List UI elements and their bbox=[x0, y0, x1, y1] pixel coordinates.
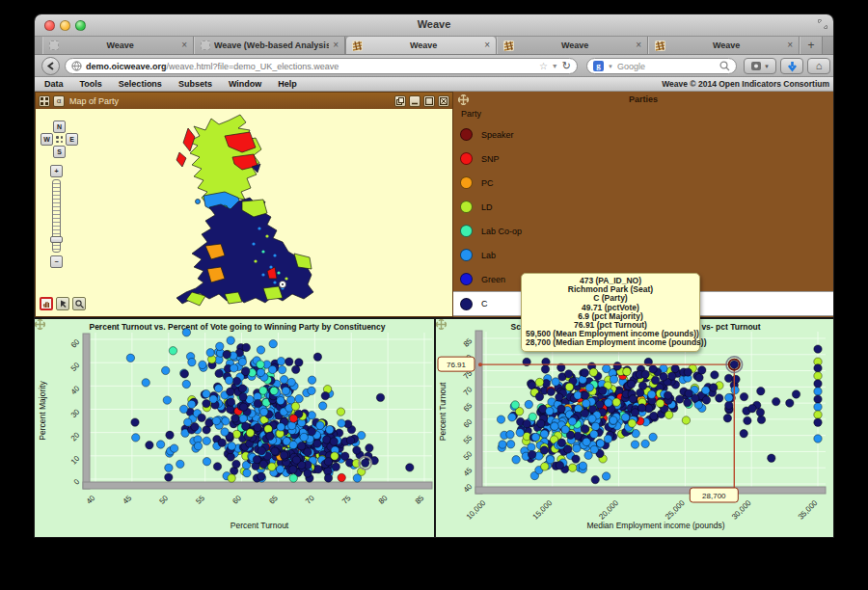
tab-weave-1[interactable]: Weave × bbox=[42, 37, 194, 54]
data-point bbox=[313, 440, 321, 447]
data-point bbox=[557, 439, 565, 446]
swatch-snp bbox=[460, 152, 473, 165]
swatch-speaker bbox=[460, 128, 473, 141]
data-point bbox=[602, 472, 610, 480]
zoom-slider-handle[interactable] bbox=[50, 236, 63, 243]
y-axis-bar[interactable] bbox=[475, 331, 482, 494]
tab-weave-3[interactable]: Weave × bbox=[497, 37, 648, 54]
data-point bbox=[756, 409, 764, 416]
zoom-box-tool-button[interactable] bbox=[72, 297, 86, 310]
legend-item-lab-coop[interactable]: Lab Co-op bbox=[453, 219, 833, 243]
tab-weave-4[interactable]: Weave × bbox=[648, 37, 800, 54]
pan-east-button[interactable]: E bbox=[66, 133, 78, 146]
pan-north-button[interactable]: N bbox=[53, 121, 66, 133]
new-tab-button[interactable]: + bbox=[800, 37, 823, 54]
tab-close-icon[interactable]: × bbox=[787, 40, 793, 50]
legend-item-ld[interactable]: LD bbox=[453, 195, 833, 219]
probe-tooltip: 473 (PA_ID_NO) Richmond Park (Seat) C (P… bbox=[521, 273, 700, 352]
x-axis-bar[interactable] bbox=[475, 487, 826, 494]
tab-weave-active[interactable]: Weave × bbox=[345, 37, 497, 54]
scatterplot-right-canvas[interactable]: 10,00015,00020,00025,00030,00035,0004045… bbox=[436, 319, 833, 537]
bookmarks-menu-button[interactable]: ▼ bbox=[744, 58, 776, 74]
select-tool-button[interactable] bbox=[56, 297, 69, 310]
menu-subsets[interactable]: Subsets bbox=[178, 79, 212, 89]
map-window-titlebar[interactable]: α Map of Party bbox=[36, 93, 452, 109]
scatterplot-left-canvas[interactable]: 404550556065707580850102030405060Percent… bbox=[35, 319, 434, 537]
data-point bbox=[814, 411, 822, 418]
data-point bbox=[228, 442, 235, 450]
scatter-points[interactable] bbox=[497, 345, 822, 484]
move-handle-icon[interactable] bbox=[436, 319, 447, 330]
tab-close-icon[interactable]: × bbox=[181, 40, 187, 50]
map-clone-button[interactable] bbox=[394, 95, 406, 107]
data-point bbox=[353, 446, 361, 454]
x-axis-bar[interactable] bbox=[83, 482, 432, 489]
weave-favicon-icon bbox=[655, 40, 665, 51]
data-point bbox=[725, 393, 733, 401]
legend-title: Parties bbox=[453, 94, 833, 104]
uk-map[interactable] bbox=[36, 109, 452, 316]
tab-weave-2[interactable]: Weave (Web-based Analysis a... × bbox=[194, 37, 345, 54]
search-field[interactable]: g ▼ Google bbox=[586, 58, 737, 74]
map-settings-icon[interactable] bbox=[39, 95, 50, 107]
menu-help[interactable]: Help bbox=[278, 79, 297, 89]
data-point bbox=[214, 385, 222, 392]
svg-text:20,000: 20,000 bbox=[597, 498, 620, 522]
data-point bbox=[716, 394, 723, 402]
reload-icon[interactable]: ↻ bbox=[562, 61, 571, 71]
zoom-out-button[interactable]: − bbox=[50, 255, 63, 268]
map-minimize-button[interactable] bbox=[409, 95, 420, 107]
data-point bbox=[702, 387, 710, 394]
data-point bbox=[289, 466, 297, 473]
legend-item-pc[interactable]: PC bbox=[453, 171, 833, 195]
tab-label: Weave bbox=[63, 40, 177, 50]
map-maximize-button[interactable] bbox=[423, 95, 435, 107]
data-point bbox=[711, 371, 719, 379]
legend-item-snp[interactable]: SNP bbox=[453, 147, 833, 171]
pan-west-button[interactable]: W bbox=[41, 133, 53, 146]
data-point bbox=[243, 469, 251, 477]
data-point bbox=[541, 463, 549, 470]
magnifier-icon bbox=[75, 300, 84, 308]
url-field[interactable]: demo.oicweave.org/weave.html?file=demo_U… bbox=[65, 58, 578, 74]
data-point bbox=[366, 444, 373, 452]
data-point bbox=[180, 370, 188, 378]
home-button[interactable]: ⌂ bbox=[807, 58, 830, 74]
data-point bbox=[573, 444, 581, 452]
data-point bbox=[212, 416, 220, 424]
data-point bbox=[596, 440, 604, 447]
selected-point[interactable] bbox=[726, 357, 743, 373]
map-canvas[interactable]: N W E S + − bbox=[36, 109, 452, 316]
legend-item-lab[interactable]: Lab bbox=[453, 243, 833, 267]
data-point bbox=[605, 399, 612, 407]
tab-close-icon[interactable]: × bbox=[484, 40, 490, 50]
data-point bbox=[695, 374, 703, 382]
zoom-in-button[interactable]: + bbox=[50, 165, 63, 177]
data-point bbox=[814, 364, 822, 372]
pan-center-pad[interactable] bbox=[53, 133, 66, 146]
tab-close-icon[interactable]: × bbox=[636, 40, 641, 50]
map-close-button[interactable] bbox=[438, 95, 449, 107]
back-button[interactable] bbox=[41, 57, 60, 75]
search-magnifier-icon bbox=[719, 61, 730, 71]
data-point bbox=[228, 474, 235, 482]
menu-tools[interactable]: Tools bbox=[80, 79, 102, 89]
weave-menubar: Data Tools Selections Subsets Window Hel… bbox=[35, 77, 833, 92]
map-alpha-icon[interactable]: α bbox=[53, 95, 65, 107]
pan-tool-button[interactable] bbox=[40, 297, 53, 310]
menu-selections[interactable]: Selections bbox=[119, 79, 162, 89]
tab-close-icon[interactable]: × bbox=[333, 40, 339, 50]
data-point bbox=[724, 374, 732, 382]
menu-window[interactable]: Window bbox=[229, 79, 261, 89]
menu-data[interactable]: Data bbox=[44, 79, 64, 89]
bookmark-star-icon[interactable]: ☆ bbox=[539, 61, 548, 71]
legend-item-speaker[interactable]: Speaker bbox=[453, 122, 833, 147]
data-point bbox=[308, 387, 315, 394]
downloads-button[interactable] bbox=[780, 58, 803, 74]
search-engine-dropdown-icon[interactable]: ▼ bbox=[608, 64, 613, 69]
url-dropdown-icon[interactable]: ▼ bbox=[552, 63, 558, 69]
move-handle-icon[interactable] bbox=[35, 319, 45, 330]
pan-south-button[interactable]: S bbox=[53, 146, 66, 158]
data-point bbox=[292, 365, 300, 373]
y-axis-bar[interactable] bbox=[83, 334, 90, 489]
